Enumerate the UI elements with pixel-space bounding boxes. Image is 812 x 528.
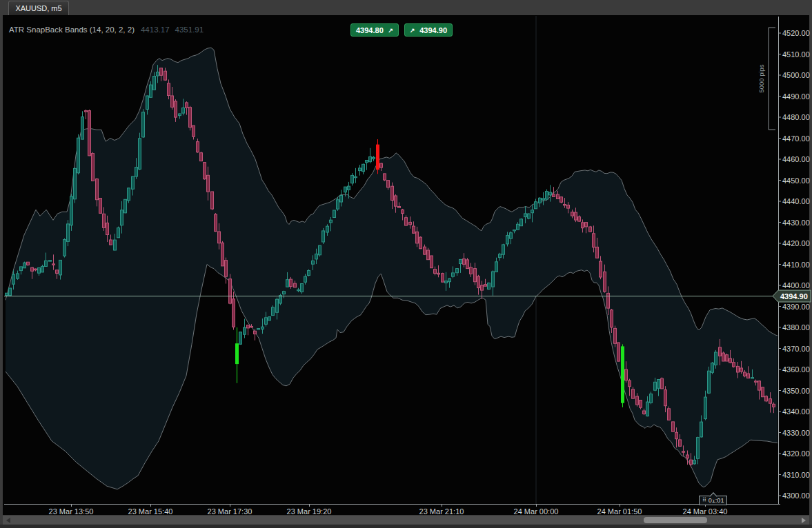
indicator-upper-value: 4413.17 bbox=[141, 26, 170, 34]
bar-countdown-tooltip: ⠿ 01:01 bbox=[699, 496, 727, 505]
price-chart-canvas[interactable]: 5000 pips4520.004510.004500.004490.00448… bbox=[0, 0, 812, 528]
ruler-label: 5000 pips bbox=[757, 64, 765, 92]
x-axis-label: 23 Mar 21:10 bbox=[419, 507, 464, 516]
y-axis-label: 4390.00 bbox=[782, 303, 810, 311]
ask-price: 4394.90 bbox=[419, 26, 447, 34]
y-axis-label: 4500.00 bbox=[782, 71, 810, 79]
x-axis-label: 23 Mar 15:40 bbox=[128, 507, 173, 516]
window-bottom-edge bbox=[0, 525, 812, 528]
x-axis-label: 23 Mar 17:30 bbox=[208, 507, 252, 516]
grip-dots-icon: ⠿ bbox=[702, 498, 706, 503]
scroll-left-arrow-icon[interactable] bbox=[6, 518, 10, 523]
y-axis-label: 4310.00 bbox=[782, 471, 810, 479]
y-axis-label: 4470.00 bbox=[782, 134, 810, 143]
y-axis-label: 4440.00 bbox=[782, 197, 810, 205]
y-axis-label: 4410.00 bbox=[782, 261, 810, 269]
y-axis-label: 4520.00 bbox=[782, 29, 810, 37]
indicator-values: 4413.17 4351.91 bbox=[141, 26, 204, 34]
x-axis-label: 23 Mar 13:50 bbox=[49, 507, 94, 516]
indicator-lower-value: 4351.91 bbox=[175, 26, 204, 34]
y-axis-label: 4340.00 bbox=[782, 407, 810, 416]
y-axis-label: 4490.00 bbox=[782, 92, 810, 101]
y-axis-label: 4450.00 bbox=[782, 176, 810, 185]
y-axis-label: 4360.00 bbox=[782, 365, 810, 374]
horizontal-scrollbar[interactable] bbox=[3, 516, 809, 525]
trend-up-arrow-icon: ↗ bbox=[410, 27, 415, 34]
indicator-header[interactable]: ATR SnapBack Bands (14, 20, 2, 2) 4413.1… bbox=[9, 26, 204, 34]
sell-quote-button[interactable]: 4394.80 ↗ bbox=[350, 23, 399, 37]
quote-buttons: 4394.80 ↗ ↗ 4394.90 bbox=[350, 23, 453, 37]
y-axis-label: 4430.00 bbox=[782, 219, 810, 227]
trend-up-arrow-icon: ↗ bbox=[388, 27, 393, 34]
y-axis-label: 4400.00 bbox=[782, 281, 810, 290]
scroll-right-arrow-icon[interactable] bbox=[802, 518, 806, 523]
countdown-time: 01:01 bbox=[709, 497, 724, 504]
y-axis-label: 4370.00 bbox=[782, 345, 810, 353]
x-axis-label: 24 Mar 01:50 bbox=[597, 507, 642, 516]
x-axis-label: 23 Mar 19:20 bbox=[287, 507, 332, 516]
buy-quote-button[interactable]: ↗ 4394.90 bbox=[404, 23, 453, 37]
bid-price: 4394.80 bbox=[356, 26, 384, 34]
y-axis-label: 4350.00 bbox=[782, 387, 810, 395]
y-axis-label: 4380.00 bbox=[782, 323, 810, 332]
x-axis-label: 24 Mar 03:40 bbox=[683, 507, 728, 516]
y-axis-label: 4300.00 bbox=[782, 491, 810, 500]
y-axis-label: 4330.00 bbox=[782, 429, 810, 437]
x-axis-label: 24 Mar 00:00 bbox=[514, 507, 559, 516]
y-axis-label: 4510.00 bbox=[782, 50, 810, 59]
current-price-label: 4394.90 bbox=[780, 292, 808, 301]
y-axis-label: 4460.00 bbox=[782, 155, 810, 163]
y-axis-label: 4480.00 bbox=[782, 113, 810, 121]
scrollbar-thumb[interactable] bbox=[644, 517, 707, 523]
trading-chart-window: XAUUSD, m5 5000 pips4520.004510.004500.0… bbox=[0, 0, 812, 528]
y-axis-label: 4320.00 bbox=[782, 449, 810, 458]
indicator-name: ATR SnapBack Bands (14, 20, 2, 2) bbox=[9, 26, 135, 34]
y-axis-label: 4420.00 bbox=[782, 239, 810, 247]
